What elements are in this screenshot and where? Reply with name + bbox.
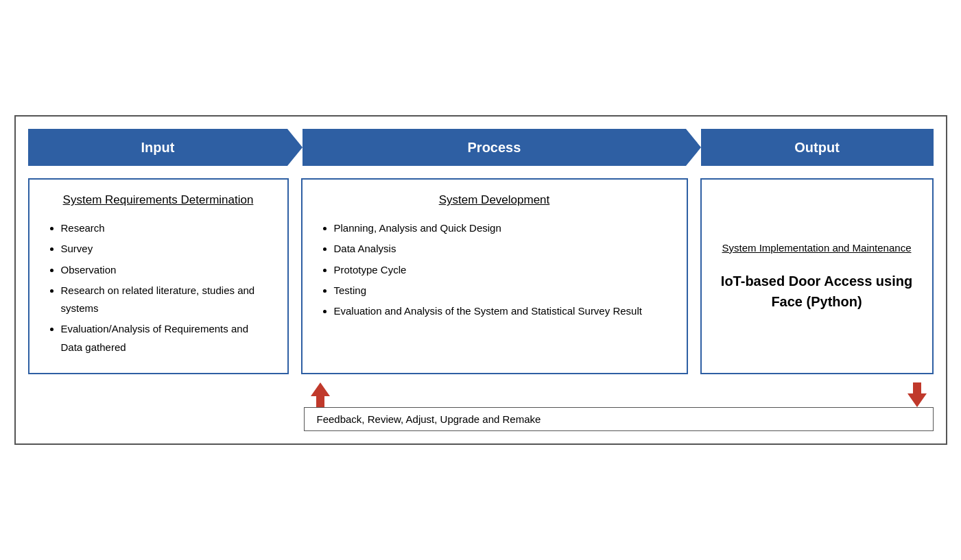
output-main-text: IoT-based Door Access using Face (Python…: [717, 271, 917, 312]
arrow-up-icon: [311, 382, 330, 407]
process-header: Process: [302, 129, 685, 166]
output-label: Output: [794, 140, 840, 156]
list-item: Evaluation and Analysis of the System an…: [334, 302, 672, 320]
list-item: Observation: [61, 261, 272, 279]
output-box: System Implementation and Maintenance Io…: [700, 178, 934, 374]
input-box: System Requirements Determination Resear…: [28, 178, 289, 374]
input-box-title: System Requirements Determination: [45, 193, 272, 207]
list-item: Planning, Analysis and Quick Design: [334, 219, 672, 237]
output-header: Output: [701, 129, 934, 166]
feedback-text: Feedback, Review, Adjust, Upgrade and Re…: [317, 413, 541, 425]
feedback-box: Feedback, Review, Adjust, Upgrade and Re…: [304, 407, 934, 431]
svg-marker-0: [311, 382, 330, 407]
svg-marker-1: [907, 382, 927, 407]
process-box-title: System Development: [318, 193, 672, 207]
arrows-line: [304, 382, 934, 407]
process-label: Process: [468, 140, 521, 156]
feedback-wrapper: Feedback, Review, Adjust, Upgrade and Re…: [304, 382, 934, 431]
list-item: Survey: [61, 240, 272, 258]
output-box-title: System Implementation and Maintenance: [722, 241, 912, 256]
process-box: System Development Planning, Analysis an…: [301, 178, 688, 374]
list-item: Research on related literature, studies …: [61, 282, 272, 318]
input-label: Input: [141, 140, 174, 156]
content-row: System Requirements Determination Resear…: [28, 178, 934, 374]
diagram-container: Input Process Output System Requirements…: [14, 115, 947, 445]
list-item: Testing: [334, 282, 672, 300]
input-bullet-list: Research Survey Observation Research on …: [45, 219, 272, 356]
arrow-down-icon: [907, 382, 927, 407]
header-row: Input Process Output: [28, 129, 934, 166]
bottom-section: Feedback, Review, Adjust, Upgrade and Re…: [28, 382, 934, 431]
input-header: Input: [28, 129, 288, 166]
list-item: Prototype Cycle: [334, 261, 672, 279]
process-bullet-list: Planning, Analysis and Quick Design Data…: [318, 219, 672, 320]
list-item: Evaluation/Analysis of Requirements and …: [61, 320, 272, 356]
list-item: Research: [61, 219, 272, 237]
list-item: Data Analysis: [334, 240, 672, 258]
